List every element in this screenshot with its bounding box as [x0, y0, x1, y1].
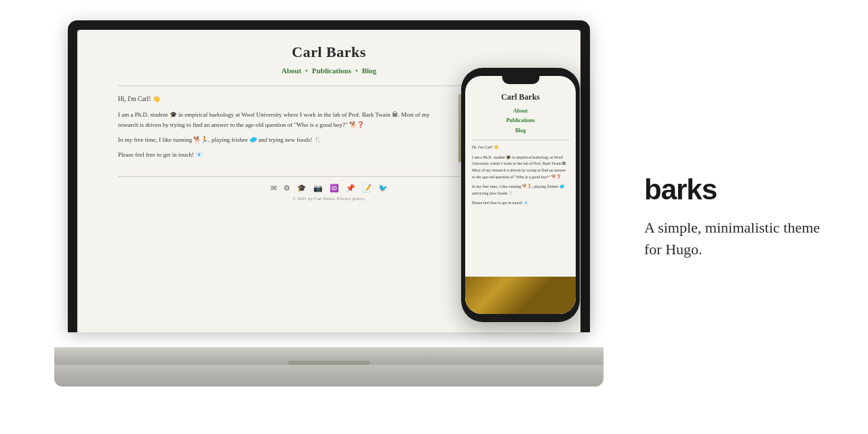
- footer-icon-orcid: 🆔: [330, 184, 339, 193]
- theme-name: barks: [644, 174, 834, 206]
- laptop-paragraph1: I am a Ph.D. student 🎓 in empirical bark…: [118, 110, 445, 130]
- footer-icon-instagram: 📷: [313, 184, 323, 193]
- nav-dot-1: ●: [305, 68, 308, 73]
- laptop-paragraph2: In my free time, I like running 🐕🏃, play…: [118, 135, 445, 144]
- phone-site-nav: About Publications Blog: [472, 106, 569, 136]
- phone-greeting: Hi, I'm Carl! 👋: [472, 144, 569, 151]
- phone-site-title: Carl Barks: [472, 92, 569, 102]
- phone: Carl Barks About Publications Blog Hi, I…: [461, 68, 580, 322]
- laptop-base: [54, 347, 604, 366]
- laptop-foot: [54, 365, 604, 387]
- scene: Carl Barks About ● Publications ● Blog H…: [0, 0, 868, 434]
- laptop-nav-about[interactable]: About: [281, 66, 301, 75]
- phone-paragraph3: Please feel free to get in touch! 📧: [472, 200, 569, 207]
- laptop-nav-publications[interactable]: Publications: [312, 66, 351, 75]
- phone-divider: [472, 140, 569, 140]
- footer-icon-github: ⚙: [283, 184, 290, 193]
- laptop-greeting: Hi, I'm Carl! 👋: [118, 94, 445, 104]
- nav-dot-2: ●: [355, 68, 358, 73]
- text-panel: barks A simple, minimalistic theme for H…: [644, 174, 834, 260]
- phone-paragraph1: I am a Ph.D. student 🎓 in empirical bark…: [472, 155, 569, 180]
- phone-site-text: Hi, I'm Carl! 👋 I am a Ph.D. student 🎓 i…: [472, 144, 569, 207]
- phone-nav-blog[interactable]: Blog: [472, 126, 569, 136]
- phone-nav-about[interactable]: About: [472, 106, 569, 116]
- footer-icon-twitter: 🐦: [378, 184, 388, 193]
- phone-nav-publications[interactable]: Publications: [472, 116, 569, 125]
- theme-description: A simple, minimalistic theme for Hugo.: [644, 217, 834, 260]
- footer-icon-email: ✉: [271, 184, 277, 193]
- laptop-nav-blog[interactable]: Blog: [362, 66, 376, 75]
- laptop-site-title: Carl Barks: [118, 43, 540, 61]
- footer-icon-blog: 📝: [362, 184, 372, 193]
- footer-icon-pinterest: 📌: [346, 184, 355, 193]
- laptop-paragraph3: Please feel free to get in touch! 📧: [118, 150, 445, 159]
- phone-bottom-image: [465, 277, 576, 314]
- footer-icon-scholar: 🎓: [297, 184, 307, 193]
- phone-paragraph2: In my free time, I like running 🐕🏃, play…: [472, 184, 569, 197]
- laptop-site-text: Hi, I'm Carl! 👋 I am a Ph.D. student 🎓 i…: [118, 94, 445, 165]
- phone-notch: [502, 75, 539, 84]
- phone-screen: Carl Barks About Publications Blog Hi, I…: [465, 76, 576, 314]
